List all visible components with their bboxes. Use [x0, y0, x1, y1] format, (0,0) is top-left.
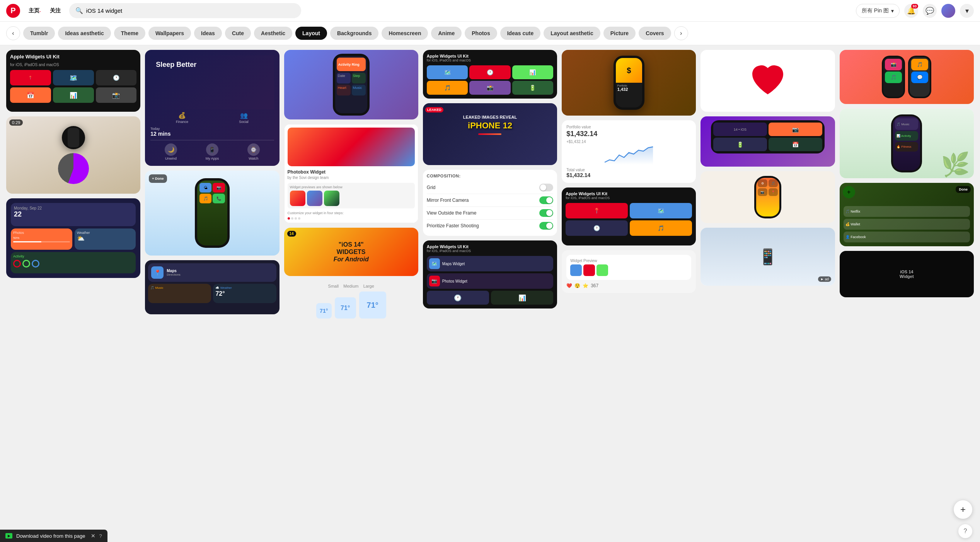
category-tumblr[interactable]: Tumblr: [23, 27, 55, 40]
pinterest-logo[interactable]: P: [6, 4, 20, 18]
ring-decoration: [58, 153, 89, 184]
widget-kit-dark: Apple Widgets UI Kit for iOS, iPadOS and…: [6, 50, 140, 112]
pin-card[interactable]: Apple Widgets UI Kit for iOS, iPadOS and…: [6, 50, 140, 112]
category-homescreen[interactable]: Homescreen: [382, 27, 428, 40]
pin-card[interactable]: ⚙ 🎵 📷 📍: [700, 171, 835, 223]
dark-widgets: 📍 Maps Directions 🎵 Music ☁️ Weather 72°: [145, 260, 279, 314]
photo-toggle[interactable]: [539, 222, 553, 230]
colorful-phone-card: Activity Ring Date Step Heart Music: [284, 50, 418, 119]
chart-card: Portfolio value $1,432.14 +$1,432.14 Tot…: [562, 120, 696, 183]
expand-button[interactable]: ▾: [960, 4, 974, 18]
pin-card[interactable]: Activity Ring Date Step Heart Music: [284, 50, 418, 119]
pin-card[interactable]: Done + 🎵 Netflix 💰 Wallet 👤 Facebook: [840, 183, 974, 246]
sparkline-chart: [566, 145, 691, 165]
sleep-widget: Sleep Better 💰 Finance 👥 Social Today 12…: [145, 50, 279, 166]
nav-home[interactable]: 主页•: [25, 5, 44, 17]
phone-orange: ⚙ 🎵 📷 📍: [700, 171, 835, 223]
video-time-badge: 0:29: [9, 119, 23, 126]
chevron-down-icon: ▾: [891, 8, 894, 14]
ios14-android-card: 14 "iOS 14"WIDGETSFor Android: [284, 228, 418, 276]
category-theme[interactable]: Theme: [114, 27, 145, 40]
header-right: 所有 Pin 图 ▾ 🔔 93 💬 ▾: [856, 4, 974, 18]
category-covers[interactable]: Covers: [639, 27, 671, 40]
phone-green: 🌿 🎵 Music 📊 Activity 🔥 Fitness: [840, 109, 974, 178]
grid-toggle[interactable]: [539, 184, 553, 191]
widget-kit-3: Apple Widgets UI Kit for iOS, iPadOS and…: [423, 240, 557, 308]
pin-card[interactable]: 14 • iOS 📷 🔋 📅: [700, 116, 835, 167]
notification-bell[interactable]: 🔔 93: [904, 4, 918, 18]
category-layout[interactable]: Layout: [295, 27, 327, 40]
category-wallpapers[interactable]: Wallpapers: [148, 27, 191, 40]
pin-card[interactable]: Monday, Sep 22 22 Photos 50% Weather ⛅ A…: [6, 198, 140, 278]
sleep-title: Sleep Better: [150, 55, 274, 109]
filter-button[interactable]: 所有 Pin 图 ▾: [856, 4, 900, 18]
pin-grid: Apple Widgets UI Kit for iOS, iPadOS and…: [0, 45, 980, 326]
pin-card[interactable]: 0:29: [6, 116, 140, 194]
category-picture[interactable]: Picture: [603, 27, 636, 40]
pin-card[interactable]: COMPOSITION: Grid Mirror Front Camera Vi…: [423, 170, 557, 236]
category-bar: ‹ Tumblr Ideas aesthetic Theme Wallpaper…: [0, 22, 980, 45]
pin-card[interactable]: iOS 14Widget: [840, 251, 974, 297]
composition-panel: COMPOSITION: Grid Mirror Front Camera Vi…: [423, 170, 557, 236]
chevron-down-icon-2: ▾: [965, 7, 969, 15]
kit-title: Apple Widgets UI Kit: [10, 54, 136, 60]
leaked-badge: LEAKED: [425, 107, 443, 112]
pin-card[interactable]: 🌿 🎵 Music 📊 Activity 🔥 Fitness: [840, 109, 974, 178]
pin-card[interactable]: 📱 ► ad: [700, 228, 835, 286]
pin-card[interactable]: Sleep Better 💰 Finance 👥 Social Today 12…: [145, 50, 279, 166]
pin-card[interactable]: LEAKED LEAKED IMAGES REVEAL iPHONE 12: [423, 103, 557, 165]
kit-cell: 🕐: [96, 70, 137, 85]
pin-card[interactable]: Portfolio value $1,432.14 +$1,432.14 Tot…: [562, 120, 696, 183]
nav-follow[interactable]: 关注: [46, 5, 65, 17]
category-cute[interactable]: Cute: [225, 27, 251, 40]
messages-button[interactable]: 💬: [923, 4, 937, 18]
category-ideas[interactable]: Ideas: [194, 27, 222, 40]
heart-svg: [748, 63, 787, 98]
search-icon: 🔍: [75, 7, 83, 14]
view-toggle[interactable]: [539, 209, 553, 217]
kit-cell: 📍: [10, 70, 51, 85]
pin-card[interactable]: Apple Widgets UI Kit for iOS, iPadOS and…: [423, 240, 557, 308]
category-anime[interactable]: Anime: [431, 27, 462, 40]
pin-card[interactable]: [700, 50, 835, 112]
pin-card[interactable]: Apple Widgets UI Kit for iOS, iPadOS and…: [562, 187, 696, 245]
pin-card[interactable]: $ Portfolio 1,432: [562, 50, 696, 116]
pin-card[interactable]: 🌤 📷 🎵 📞 + Done: [145, 170, 279, 256]
small-widget: 71°: [316, 303, 332, 319]
pin-card[interactable]: Photobox Widget by the Sovi design team …: [284, 124, 418, 223]
pin-card[interactable]: 📸 🎵 🎵 💬: [840, 50, 974, 104]
scroll-right-arrow[interactable]: ›: [674, 26, 688, 40]
category-layout-aesthetic[interactable]: Layout aesthetic: [544, 27, 600, 40]
pin-card[interactable]: Small Medium Large 71° 71° 71°: [284, 281, 418, 322]
heart-reaction: ❤️: [566, 283, 572, 288]
scroll-left-arrow[interactable]: ‹: [6, 26, 20, 40]
search-input[interactable]: [86, 7, 295, 14]
pin-card[interactable]: Widget Preview ❤️ 😲 ⭐ 367: [562, 250, 696, 293]
category-backgrounds[interactable]: Backgrounds: [330, 27, 378, 40]
category-photos[interactable]: Photos: [465, 27, 497, 40]
size-comparison: Small Medium Large 71° 71° 71°: [284, 281, 418, 322]
medium-widget: 71°: [335, 297, 356, 319]
mirror-toggle[interactable]: [539, 196, 553, 204]
pin-card[interactable]: 📍 Maps Directions 🎵 Music ☁️ Weather 72°: [145, 260, 279, 314]
category-ideas-cute[interactable]: Ideas cute: [500, 27, 540, 40]
notification-badge: 93: [911, 4, 918, 9]
phone-mockup: 🌤 📷 🎵 📞: [195, 178, 230, 248]
ios14-badge: 14: [287, 231, 296, 237]
reactions-card: Widget Preview ❤️ 😲 ⭐ 367: [562, 250, 696, 293]
shocked-reaction: 😲: [574, 283, 580, 288]
search-bar: 🔍: [69, 3, 301, 18]
category-ideas-aesthetic[interactable]: Ideas aesthetic: [58, 27, 111, 40]
header: P 主页• 关注 🔍 所有 Pin 图 ▾ 🔔 93 💬 ▾: [0, 0, 980, 22]
star-reaction: ⭐: [583, 283, 588, 288]
kit-cell: 📅: [10, 87, 51, 103]
user-avatar[interactable]: [941, 4, 955, 18]
reaction-count: 367: [591, 283, 598, 288]
leaked-images-card: LEAKED LEAKED IMAGES REVEAL iPHONE 12: [423, 103, 557, 165]
pin-card[interactable]: Apple Widgets UI Kit for iOS, iPadOS and…: [423, 50, 557, 99]
heart-card: [700, 50, 835, 112]
dark-phone: iOS 14Widget: [840, 251, 974, 297]
pin-card[interactable]: 14 "iOS 14"WIDGETSFor Android: [284, 228, 418, 276]
phone-circle: [62, 126, 85, 149]
category-aesthetic[interactable]: Aesthetic: [254, 27, 292, 40]
